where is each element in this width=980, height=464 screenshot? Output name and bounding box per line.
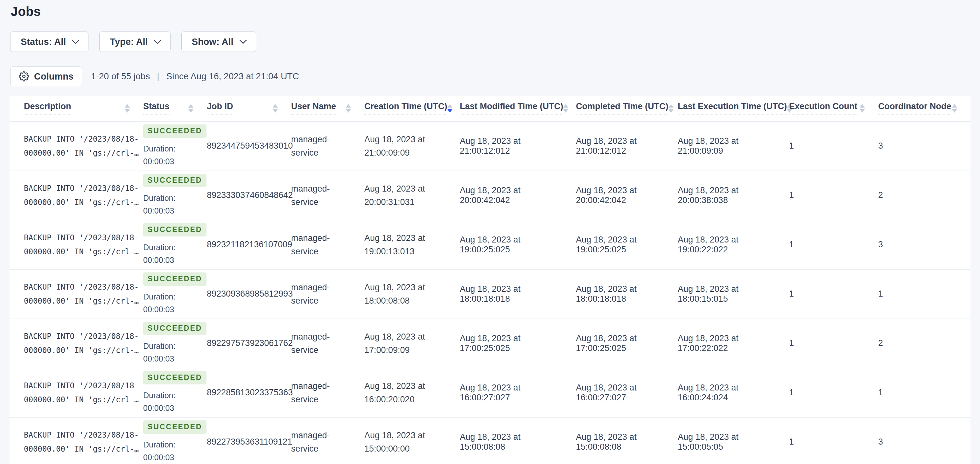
type-filter-dropdown[interactable]: Type: All [99, 32, 170, 52]
column-header-execution-count[interactable]: Execution Count [789, 102, 858, 115]
completed-time: Aug 18, 2023 at 18:00:18:018 [576, 284, 637, 304]
job-duration: Duration: 00:00:03 [143, 340, 198, 365]
sort-desc-icon [668, 109, 674, 113]
job-duration: Duration: 00:00:03 [143, 389, 198, 415]
job-description-link[interactable]: BACKUP INTO '/2023/08/18-000000.00' IN '… [24, 231, 142, 259]
coordinator-node: 1 [878, 289, 883, 298]
columns-button-label: Columns [34, 71, 73, 82]
column-header-coordinator-node[interactable]: Coordinator Node [878, 102, 951, 115]
status-badge: SUCCEEDED [143, 371, 207, 384]
user-name: managed-service [291, 281, 348, 308]
column-header-last-modified-time[interactable]: Last Modified Time (UTC) [460, 102, 563, 115]
creation-time: Aug 18, 2023 at 16:00:20:020 [364, 379, 448, 406]
sort-toggle-user-name[interactable] [346, 104, 351, 113]
last-modified-time: Aug 18, 2023 at 16:00:27:027 [460, 383, 520, 402]
duration-value: 00:00:03 [143, 451, 198, 464]
sort-toggle-creation-time[interactable] [447, 104, 452, 113]
status-filter-dropdown[interactable]: Status: All [10, 32, 89, 52]
column-header-completed-time[interactable]: Completed Time (UTC) [576, 102, 668, 115]
job-id: 892333037460848642 [207, 190, 293, 200]
job-id: 892273953631109121 [207, 437, 292, 446]
creation-time: Aug 18, 2023 at 18:00:08:08 [364, 281, 448, 308]
last-modified-time: Aug 18, 2023 at 18:00:18:018 [460, 284, 520, 304]
last-modified-time: Aug 18, 2023 at 17:00:25:025 [460, 333, 520, 353]
sort-toggle-status[interactable] [188, 104, 194, 113]
since-timestamp-text: Since Aug 16, 2023 at 21:04 UTC [166, 71, 299, 81]
duration-value: 00:00:03 [143, 204, 198, 217]
show-filter-dropdown[interactable]: Show: All [181, 32, 256, 52]
column-header-user-name[interactable]: User Name [291, 102, 336, 115]
job-description-link[interactable]: BACKUP INTO '/2023/08/18-000000.00' IN '… [24, 132, 142, 160]
job-id: 892297573923061762 [207, 338, 293, 348]
creation-time: Aug 18, 2023 at 21:00:09:09 [364, 133, 448, 159]
execution-count: 1 [789, 437, 794, 446]
table-row: BACKUP INTO '/2023/08/18-000000.00' IN '… [10, 417, 970, 464]
sort-toggle-coordinator-node[interactable] [952, 104, 957, 113]
job-id: 892344759453483010 [207, 141, 293, 150]
column-header-last-execution-time[interactable]: Last Execution Time (UTC) [678, 102, 787, 115]
last-modified-time: Aug 18, 2023 at 21:00:12:012 [460, 136, 520, 156]
jobs-table-card: Description Status Job ID User Name Crea… [10, 96, 970, 464]
sort-desc-icon [125, 109, 130, 113]
status-badge: SUCCEEDED [143, 124, 207, 138]
toolbar-separator: | [157, 71, 159, 81]
jobs-count-text: 1-20 of 55 jobs [91, 71, 150, 81]
job-description-link[interactable]: BACKUP INTO '/2023/08/18-000000.00' IN '… [24, 379, 142, 407]
job-duration: Duration: 00:00:03 [143, 142, 198, 168]
sort-toggle-description[interactable] [125, 104, 130, 113]
duration-value: 00:00:03 [143, 303, 198, 316]
duration-label: Duration: [143, 290, 198, 303]
column-header-status[interactable]: Status [143, 102, 170, 115]
table-header-row: Description Status Job ID User Name Crea… [10, 96, 970, 121]
status-badge: SUCCEEDED [143, 322, 207, 335]
completed-time: Aug 18, 2023 at 19:00:25:025 [576, 235, 637, 254]
status-filter-label: Status: All [21, 37, 66, 47]
job-id: 892285813023375363 [207, 387, 293, 397]
job-duration: Duration: 00:00:03 [143, 438, 198, 464]
sort-toggle-last-modified-time[interactable] [563, 104, 568, 113]
job-description-link[interactable]: BACKUP INTO '/2023/08/18-000000.00' IN '… [24, 182, 142, 209]
duration-label: Duration: [143, 191, 198, 204]
completed-time: Aug 18, 2023 at 16:00:27:027 [576, 383, 637, 402]
status-badge: SUCCEEDED [143, 174, 207, 187]
table-row: BACKUP INTO '/2023/08/18-000000.00' IN '… [10, 220, 970, 269]
sort-asc-icon [125, 104, 130, 108]
table-row: BACKUP INTO '/2023/08/18-000000.00' IN '… [10, 368, 970, 417]
user-name: managed-service [291, 379, 348, 406]
columns-button[interactable]: Columns [10, 67, 82, 86]
user-name: managed-service [291, 330, 348, 357]
creation-time: Aug 18, 2023 at 17:00:09:09 [364, 330, 448, 357]
column-header-description[interactable]: Description [24, 102, 71, 115]
completed-time: Aug 18, 2023 at 15:00:08:08 [576, 432, 637, 451]
user-name: managed-service [291, 133, 348, 159]
execution-count: 1 [789, 141, 794, 150]
execution-count: 1 [789, 289, 794, 298]
last-execution-time: Aug 18, 2023 at 18:00:15:015 [678, 284, 738, 304]
sort-asc-icon [273, 104, 278, 108]
creation-time: Aug 18, 2023 at 19:00:13:013 [364, 231, 448, 258]
completed-time: Aug 18, 2023 at 21:00:12:012 [576, 136, 637, 156]
filter-bar: Status: All Type: All Show: All [10, 32, 970, 52]
last-modified-time: Aug 18, 2023 at 19:00:25:025 [460, 235, 520, 254]
last-execution-time: Aug 18, 2023 at 17:00:22:022 [678, 333, 738, 353]
column-header-creation-time[interactable]: Creation Time (UTC) [364, 102, 447, 115]
duration-label: Duration: [143, 241, 198, 254]
coordinator-node: 3 [878, 141, 883, 150]
sort-asc-icon [952, 104, 957, 108]
job-description-link[interactable]: BACKUP INTO '/2023/08/18-000000.00' IN '… [24, 280, 142, 308]
column-header-job-id[interactable]: Job ID [207, 102, 233, 115]
completed-time: Aug 18, 2023 at 20:00:42:042 [576, 185, 637, 205]
sort-toggle-completed-time[interactable] [668, 104, 674, 113]
job-description-link[interactable]: BACKUP INTO '/2023/08/18-000000.00' IN '… [24, 329, 142, 357]
duration-label: Duration: [143, 340, 198, 352]
last-execution-time: Aug 18, 2023 at 19:00:22:022 [678, 235, 738, 254]
sort-toggle-job-id[interactable] [273, 104, 278, 113]
sort-toggle-execution-count[interactable] [860, 104, 865, 113]
last-execution-time: Aug 18, 2023 at 21:00:09:09 [678, 136, 738, 156]
last-execution-time: Aug 18, 2023 at 16:00:24:024 [678, 383, 738, 402]
job-duration: Duration: 00:00:03 [143, 290, 198, 316]
status-badge: SUCCEEDED [143, 273, 207, 286]
last-execution-time: Aug 18, 2023 at 15:00:05:05 [678, 432, 738, 451]
last-execution-time: Aug 18, 2023 at 20:00:38:038 [678, 185, 738, 205]
job-description-link[interactable]: BACKUP INTO '/2023/08/18-000000.00' IN '… [24, 428, 142, 456]
